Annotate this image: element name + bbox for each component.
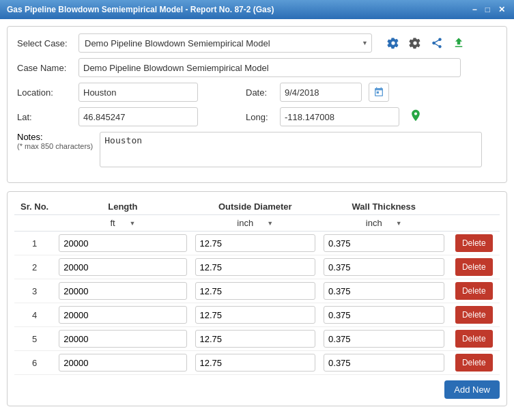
config-icon[interactable] xyxy=(406,34,424,52)
od-input[interactable] xyxy=(195,282,316,300)
od-cell[interactable] xyxy=(191,279,320,303)
date-label: Date: xyxy=(246,87,273,98)
action-cell[interactable]: Delete xyxy=(448,303,500,327)
lat-input[interactable] xyxy=(78,107,198,126)
delete-button[interactable]: Delete xyxy=(455,234,493,252)
table-header-row: Sr. No. Length Outside Diameter Wall Thi… xyxy=(14,199,500,215)
delete-button[interactable]: Delete xyxy=(455,354,493,372)
table-section: Sr. No. Length Outside Diameter Wall Thi… xyxy=(7,191,507,406)
wt-input[interactable] xyxy=(324,258,444,276)
table-row: 4 Delete xyxy=(14,303,500,327)
title-bar-controls: − □ ✕ xyxy=(470,5,507,14)
notes-label-block: Notes: (* max 850 characters) xyxy=(17,132,93,150)
delete-button[interactable]: Delete xyxy=(455,282,493,300)
od-cell[interactable] xyxy=(191,232,320,255)
close-button[interactable]: ✕ xyxy=(496,5,507,14)
notes-sublabel: (* max 850 characters) xyxy=(17,142,93,150)
length-cell[interactable] xyxy=(55,279,190,303)
wt-cell[interactable] xyxy=(319,351,448,375)
action-cell[interactable]: Delete xyxy=(448,327,500,351)
length-cell[interactable] xyxy=(55,303,190,327)
download-icon[interactable] xyxy=(450,34,468,52)
length-unit-selector[interactable]: ft xyxy=(110,218,135,228)
settings-icon[interactable] xyxy=(384,34,402,52)
notes-label: Notes: xyxy=(17,132,93,142)
od-unit-select[interactable]: inch xyxy=(237,218,264,228)
wt-cell[interactable] xyxy=(319,303,448,327)
case-name-row: Case Name: xyxy=(17,58,497,77)
table-row: 1 Delete xyxy=(14,232,500,255)
length-input[interactable] xyxy=(59,306,186,324)
action-cell[interactable]: Delete xyxy=(448,255,500,279)
col-sr-header: Sr. No. xyxy=(14,199,55,215)
length-input[interactable] xyxy=(59,234,186,252)
length-cell[interactable] xyxy=(55,327,190,351)
od-cell[interactable] xyxy=(191,255,320,279)
minimize-button[interactable]: − xyxy=(470,5,479,14)
select-case-wrapper[interactable]: Demo Pipeline Blowdown Semiempirical Mod… xyxy=(78,33,372,53)
wt-cell[interactable] xyxy=(319,232,448,255)
length-unit-select[interactable]: ft xyxy=(110,218,126,228)
wt-input[interactable] xyxy=(324,354,444,372)
od-unit-selector[interactable]: inch xyxy=(237,218,273,228)
maximize-button[interactable]: □ xyxy=(483,5,492,14)
od-input[interactable] xyxy=(195,234,316,252)
sr-cell: 4 xyxy=(14,303,55,327)
notes-row: Notes: (* max 850 characters) xyxy=(17,132,497,167)
od-cell[interactable] xyxy=(191,303,320,327)
length-input[interactable] xyxy=(59,282,186,300)
od-cell[interactable] xyxy=(191,351,320,375)
select-case-dropdown[interactable]: Demo Pipeline Blowdown Semiempirical Mod… xyxy=(78,33,372,53)
table-footer: Add New xyxy=(14,375,500,399)
delete-button[interactable]: Delete xyxy=(455,330,493,348)
length-cell[interactable] xyxy=(55,232,190,255)
action-cell[interactable]: Delete xyxy=(448,232,500,255)
date-picker-button[interactable] xyxy=(369,83,389,102)
length-input[interactable] xyxy=(59,258,186,276)
location-input[interactable] xyxy=(78,83,198,102)
add-new-button[interactable]: Add New xyxy=(444,380,500,399)
date-input[interactable] xyxy=(280,83,362,102)
wt-unit-selector[interactable]: inch xyxy=(366,218,402,228)
table-body: 1 Delete 2 Delete 3 Delete 4 Delete 5 xyxy=(14,232,500,375)
delete-button[interactable]: Delete xyxy=(455,258,493,276)
wt-cell[interactable] xyxy=(319,255,448,279)
od-cell[interactable] xyxy=(191,327,320,351)
wt-unit-select[interactable]: inch xyxy=(366,218,393,228)
table-row: 6 Delete xyxy=(14,351,500,375)
share-icon[interactable] xyxy=(428,34,446,52)
wt-cell[interactable] xyxy=(319,279,448,303)
wt-input[interactable] xyxy=(324,330,444,348)
length-input[interactable] xyxy=(59,354,186,372)
length-cell[interactable] xyxy=(55,255,190,279)
wt-input[interactable] xyxy=(324,234,444,252)
col-action-header xyxy=(448,199,500,215)
od-input[interactable] xyxy=(195,258,316,276)
table-row: 2 Delete xyxy=(14,255,500,279)
long-input[interactable] xyxy=(280,107,399,126)
wt-input[interactable] xyxy=(324,282,444,300)
case-name-input[interactable] xyxy=(78,58,461,77)
sr-cell: 2 xyxy=(14,255,55,279)
wt-cell[interactable] xyxy=(319,327,448,351)
map-pin-button[interactable] xyxy=(409,109,423,126)
length-cell[interactable] xyxy=(55,351,190,375)
delete-button[interactable]: Delete xyxy=(455,306,493,324)
wt-input[interactable] xyxy=(324,306,444,324)
od-input[interactable] xyxy=(195,354,316,372)
action-cell[interactable]: Delete xyxy=(448,351,500,375)
form-section: Select Case: Demo Pipeline Blowdown Semi… xyxy=(7,26,507,183)
table-row: 3 Delete xyxy=(14,279,500,303)
select-case-row: Select Case: Demo Pipeline Blowdown Semi… xyxy=(17,33,497,53)
od-input[interactable] xyxy=(195,330,316,348)
lat-label: Lat: xyxy=(17,112,72,122)
length-input[interactable] xyxy=(59,330,186,348)
pipeline-table: Sr. No. Length Outside Diameter Wall Thi… xyxy=(14,199,500,375)
notes-textarea[interactable] xyxy=(100,132,482,167)
od-input[interactable] xyxy=(195,306,316,324)
sr-cell: 3 xyxy=(14,279,55,303)
window-title: Gas Pipeline Blowdown Semiempirical Mode… xyxy=(7,5,274,14)
lat-long-row: Lat: Long: xyxy=(17,107,497,126)
action-cell[interactable]: Delete xyxy=(448,279,500,303)
col-wt-header: Wall Thickness xyxy=(319,199,448,215)
